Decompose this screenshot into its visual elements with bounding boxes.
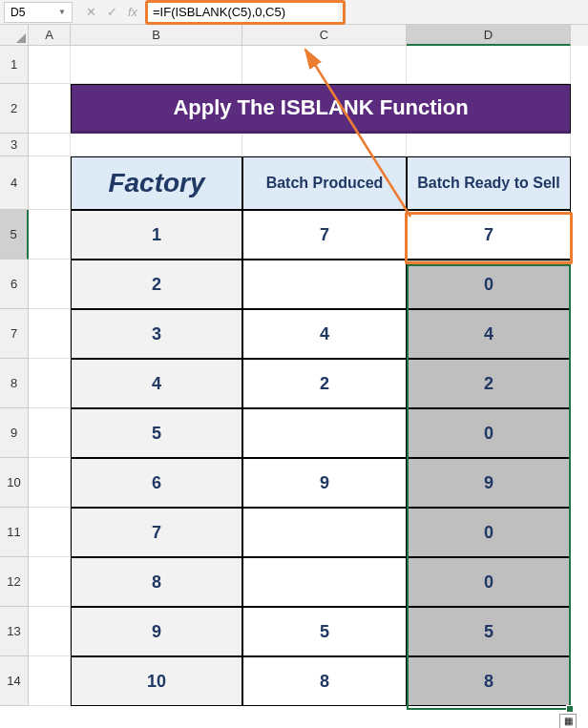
formula-bar: D5 ▼ ✕ ✓ fx =IF(ISBLANK(C5),0,C5): [0, 0, 588, 25]
cell-produced-10[interactable]: 9: [242, 458, 407, 508]
row-header-3[interactable]: 3: [0, 134, 29, 156]
cell-A5[interactable]: [29, 210, 71, 260]
spreadsheet: A B C D 1 2 Apply The ISBLANK Function 3…: [0, 25, 588, 706]
fx-icon[interactable]: fx: [126, 5, 139, 19]
cell-factory-10[interactable]: 6: [71, 458, 242, 508]
autofill-options-icon[interactable]: ▦: [559, 714, 577, 728]
row-header-10[interactable]: 10: [0, 458, 29, 508]
cell-ready-7[interactable]: 4: [407, 309, 571, 359]
header-ready[interactable]: Batch Ready to Sell: [407, 156, 571, 210]
row-14: 141088: [0, 656, 588, 706]
cell-B3[interactable]: [71, 134, 242, 156]
row-8: 8422: [0, 359, 588, 408]
fill-handle[interactable]: [566, 705, 574, 713]
cell-produced-11[interactable]: [242, 508, 407, 557]
cell-C1[interactable]: [242, 46, 407, 84]
cell-factory-7[interactable]: 3: [71, 309, 242, 359]
cell-ready-11[interactable]: 0: [407, 508, 571, 557]
row-header-7[interactable]: 7: [0, 309, 29, 359]
row-header-5[interactable]: 5: [0, 210, 29, 260]
row-header-13[interactable]: 13: [0, 607, 29, 656]
column-headers: A B C D: [0, 25, 588, 46]
row-3: 3: [0, 134, 588, 156]
cell-A4[interactable]: [29, 156, 71, 210]
select-all-corner[interactable]: [0, 25, 29, 46]
cell-factory-9[interactable]: 5: [71, 408, 242, 458]
row-header-14[interactable]: 14: [0, 656, 29, 706]
cell-factory-6[interactable]: 2: [71, 260, 242, 309]
chevron-down-icon[interactable]: ▼: [58, 8, 66, 16]
row-13: 13955: [0, 607, 588, 656]
cell-ready-9[interactable]: 0: [407, 408, 571, 458]
cell-A13[interactable]: [29, 607, 71, 656]
cell-A9[interactable]: [29, 408, 71, 458]
cell-A6[interactable]: [29, 260, 71, 309]
col-header-B[interactable]: B: [71, 25, 242, 46]
cell-produced-5[interactable]: 7: [242, 210, 407, 260]
cell-ready-6[interactable]: 0: [407, 260, 571, 309]
row-7: 7344: [0, 309, 588, 359]
row-4: 4 Factory Batch Produced Batch Ready to …: [0, 156, 588, 210]
cell-ready-5[interactable]: 7: [407, 210, 571, 260]
header-produced[interactable]: Batch Produced: [242, 156, 407, 210]
row-header-8[interactable]: 8: [0, 359, 29, 408]
cell-factory-8[interactable]: 4: [71, 359, 242, 408]
title-cell[interactable]: Apply The ISBLANK Function: [71, 84, 571, 134]
cell-produced-14[interactable]: 8: [242, 656, 407, 706]
cell-ready-14[interactable]: 8: [407, 656, 571, 706]
row-header-1[interactable]: 1: [0, 46, 29, 84]
cell-D1[interactable]: [407, 46, 571, 84]
row-header-4[interactable]: 4: [0, 156, 29, 210]
cancel-icon[interactable]: ✕: [84, 5, 97, 19]
cell-produced-9[interactable]: [242, 408, 407, 458]
row-12: 1280: [0, 557, 588, 607]
cell-ready-10[interactable]: 9: [407, 458, 571, 508]
header-factory[interactable]: Factory: [71, 156, 242, 210]
cell-A3[interactable]: [29, 134, 71, 156]
cell-produced-7[interactable]: 4: [242, 309, 407, 359]
cell-factory-13[interactable]: 9: [71, 607, 242, 656]
cell-A8[interactable]: [29, 359, 71, 408]
cell-C3[interactable]: [242, 134, 407, 156]
col-header-D[interactable]: D: [407, 25, 571, 46]
row-header-12[interactable]: 12: [0, 557, 29, 607]
row-9: 950: [0, 408, 588, 458]
row-1: 1: [0, 46, 588, 84]
enter-icon[interactable]: ✓: [105, 5, 118, 19]
row-header-6[interactable]: 6: [0, 260, 29, 309]
cell-A12[interactable]: [29, 557, 71, 607]
cell-B1[interactable]: [71, 46, 242, 84]
cell-D3[interactable]: [407, 134, 571, 156]
cell-ready-8[interactable]: 2: [407, 359, 571, 408]
cell-factory-5[interactable]: 1: [71, 210, 242, 260]
row-5: 5177: [0, 210, 588, 260]
cell-A2[interactable]: [29, 84, 71, 134]
cell-factory-12[interactable]: 8: [71, 557, 242, 607]
cell-ready-13[interactable]: 5: [407, 607, 571, 656]
cell-A10[interactable]: [29, 458, 71, 508]
row-header-11[interactable]: 11: [0, 508, 29, 557]
cell-factory-14[interactable]: 10: [71, 656, 242, 706]
row-header-2[interactable]: 2: [0, 84, 29, 134]
row-11: 1170: [0, 508, 588, 557]
col-header-A[interactable]: A: [29, 25, 71, 46]
cell-A14[interactable]: [29, 656, 71, 706]
row-header-9[interactable]: 9: [0, 408, 29, 458]
cell-produced-13[interactable]: 5: [242, 607, 407, 656]
cell-ready-12[interactable]: 0: [407, 557, 571, 607]
name-box-value: D5: [10, 6, 25, 19]
name-box[interactable]: D5 ▼: [4, 2, 73, 23]
formula-bar-icons: ✕ ✓ fx: [84, 5, 139, 19]
cell-A11[interactable]: [29, 508, 71, 557]
col-header-C[interactable]: C: [242, 25, 407, 46]
cell-A7[interactable]: [29, 309, 71, 359]
cell-factory-11[interactable]: 7: [71, 508, 242, 557]
cell-produced-8[interactable]: 2: [242, 359, 407, 408]
row-2: 2 Apply The ISBLANK Function: [0, 84, 588, 134]
cell-produced-6[interactable]: [242, 260, 407, 309]
formula-input[interactable]: =IF(ISBLANK(C5),0,C5): [147, 2, 338, 23]
cell-produced-12[interactable]: [242, 557, 407, 607]
cell-A1[interactable]: [29, 46, 71, 84]
row-10: 10699: [0, 458, 588, 508]
formula-input-wrap: =IF(ISBLANK(C5),0,C5): [147, 2, 588, 23]
